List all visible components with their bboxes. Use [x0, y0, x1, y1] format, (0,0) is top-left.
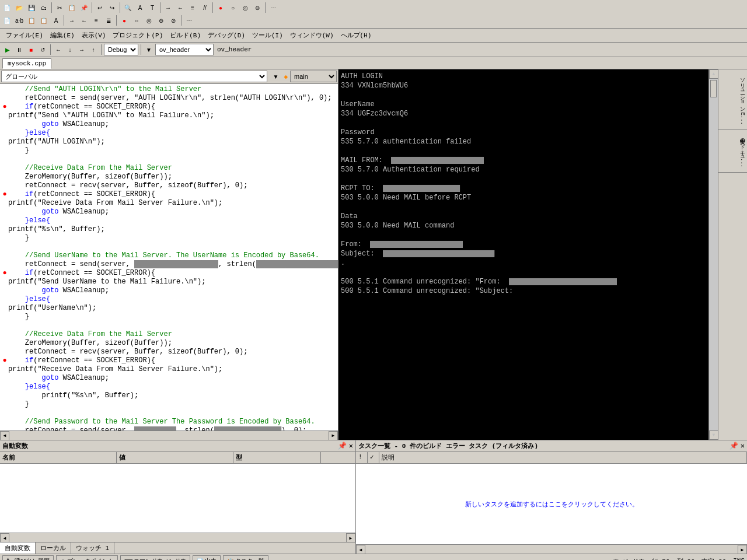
- menu-help[interactable]: ヘルプ(H): [337, 30, 375, 41]
- command-window-tab[interactable]: ⌨ コマンドウィンドウ: [120, 555, 190, 560]
- locals-tab[interactable]: ローカル: [36, 542, 71, 554]
- undo-button[interactable]: ↩: [94, 2, 106, 13]
- comment-button[interactable]: //: [199, 2, 211, 13]
- menu-debug[interactable]: デバッグ(D): [204, 30, 249, 41]
- save-button[interactable]: 💾: [26, 2, 37, 13]
- bold-button[interactable]: A: [134, 2, 146, 13]
- menu-window[interactable]: ウィンドウ(W): [287, 30, 337, 41]
- watch1-tab[interactable]: ウォッチ 1: [71, 542, 114, 554]
- menu-project[interactable]: プロジェクト(P): [109, 30, 166, 41]
- bp-toggle-button[interactable]: ◎: [239, 2, 251, 13]
- output-tab[interactable]: 📄 出力: [193, 555, 221, 560]
- term-scroll-up[interactable]: ▲: [709, 69, 718, 79]
- outdent-button[interactable]: ←: [174, 2, 186, 13]
- code-line: printf("AUTH LOGIN\n");: [0, 138, 338, 146]
- task-col-check: ✓: [368, 452, 379, 463]
- scope-arrow-btn[interactable]: ▼: [270, 71, 281, 82]
- file-tab-mysock[interactable]: mysock.cpp: [2, 58, 51, 69]
- tb2-btn2[interactable]: a·b: [13, 15, 25, 26]
- scope-select[interactable]: グローバル: [1, 71, 267, 82]
- tasks-scrollbar-h[interactable]: ◀ ▶: [356, 544, 747, 554]
- breakpoint-button[interactable]: ●: [215, 2, 226, 13]
- function-select[interactable]: main: [290, 71, 337, 82]
- tb2-btn1[interactable]: 📄: [1, 15, 13, 26]
- tasks-scroll-right[interactable]: ▶: [738, 545, 747, 554]
- tb2-indent2[interactable]: ←: [78, 15, 90, 26]
- code-line: ● if(retConnect == SOCKET_ERROR){: [0, 190, 338, 199]
- tb2-bp2[interactable]: ○: [131, 15, 142, 26]
- indent-button[interactable]: →: [162, 2, 174, 13]
- scroll-right-btn[interactable]: ▶: [329, 431, 338, 440]
- code-line: }else{: [0, 383, 338, 391]
- debug-dropdown-btn[interactable]: ▼: [144, 44, 154, 55]
- restart-button[interactable]: ↺: [37, 44, 48, 55]
- new-file-button[interactable]: 📄: [1, 2, 13, 13]
- step-over-button[interactable]: →: [76, 44, 87, 55]
- scroll-left-btn[interactable]: ◀: [0, 431, 9, 440]
- step-back-button[interactable]: ←: [53, 44, 64, 55]
- tb2-bp4[interactable]: ⊖: [155, 15, 167, 26]
- auto-vars-tab[interactable]: 自動変数: [0, 542, 36, 554]
- menu-file[interactable]: ファイル(E): [2, 30, 47, 41]
- code-scrollbar-h[interactable]: ◀ ▶: [0, 430, 338, 440]
- bp-clear-button[interactable]: ○: [227, 2, 239, 13]
- tb2-extra[interactable]: ⋯: [183, 15, 195, 26]
- tasks-empty-message[interactable]: 新しいタスクを追加するにはここをクリックしてください。: [465, 500, 638, 509]
- save-all-button[interactable]: 🗂: [38, 2, 50, 13]
- solution-explorer-tab[interactable]: ソリューション E...: [718, 69, 747, 130]
- paste-button[interactable]: 📌: [78, 2, 90, 13]
- debug-config-select[interactable]: Debug: [104, 44, 138, 55]
- pause-button[interactable]: ⏸: [14, 44, 25, 55]
- cut-button[interactable]: ✂: [54, 2, 65, 13]
- tb2-btn3[interactable]: 📋: [26, 15, 37, 26]
- code-line: }: [0, 400, 338, 409]
- terminal-scrollbar-v[interactable]: ▲ ▼: [708, 69, 718, 440]
- tb2-fmt1[interactable]: ≡: [90, 15, 102, 26]
- tasklist-tab[interactable]: 📋 タスク一覧: [223, 555, 268, 560]
- running-doc-tab[interactable]: 実行中のドキュ...: [718, 130, 747, 173]
- extra-btn-1[interactable]: ⋯: [267, 2, 279, 13]
- breakpoints-tab[interactable]: ⏺ ブレークポイント: [56, 555, 118, 560]
- term-scroll-thumb[interactable]: [710, 80, 717, 97]
- step-into-button[interactable]: ↓: [65, 44, 75, 55]
- tasks-body[interactable]: 新しいタスクを追加するにはここをクリックしてください。: [356, 464, 747, 544]
- tb2-indent1[interactable]: →: [66, 15, 78, 26]
- term-scroll-down[interactable]: ▼: [709, 430, 718, 440]
- scroll-h-track[interactable]: [9, 432, 329, 439]
- format-button[interactable]: ≡: [187, 2, 198, 13]
- tasks-scroll-left[interactable]: ◀: [356, 545, 365, 554]
- code-line: printf("Send UserName to the Mail Failur…: [0, 278, 338, 286]
- code-line: //Receive Data From the Mail Server: [0, 164, 338, 173]
- italic-button[interactable]: T: [146, 2, 158, 13]
- open-file-button[interactable]: 📂: [13, 2, 25, 13]
- menu-edit[interactable]: 編集(E): [47, 30, 78, 41]
- menu-build[interactable]: ビルド(B): [166, 30, 204, 41]
- play-button[interactable]: ▶: [2, 44, 13, 55]
- code-content[interactable]: //Send "AUTH LOGIN\r\n" to the Mail Serv…: [0, 84, 338, 430]
- tb2-bp3[interactable]: ◎: [143, 15, 155, 26]
- vars-scroll-right[interactable]: ▶: [346, 533, 355, 542]
- tb2-bp1[interactable]: ●: [118, 15, 130, 26]
- vars-scrollbar-h[interactable]: ◀ ▶: [0, 533, 355, 542]
- call-stack-tab[interactable]: 📞 呼び出し履歴: [2, 555, 54, 560]
- status-bar: 📞 呼び出し履歴 ⏺ ブレークポイント ⌨ コマンドウィンドウ 📄 出力 📋 タ…: [0, 554, 747, 560]
- bp-disable-button[interactable]: ⊖: [252, 2, 263, 13]
- pin-button[interactable]: 📌: [338, 442, 347, 450]
- step-out-button[interactable]: ↑: [88, 44, 99, 55]
- redo-button[interactable]: ↪: [106, 2, 118, 13]
- copy-button[interactable]: 📋: [66, 2, 78, 13]
- vars-close-button[interactable]: ✕: [349, 442, 353, 450]
- stop-button[interactable]: ■: [26, 44, 36, 55]
- tb2-btn5[interactable]: A: [50, 15, 62, 26]
- tb2-fmt2[interactable]: ≣: [103, 15, 114, 26]
- find-button[interactable]: 🔍: [122, 2, 134, 13]
- vars-scroll-left[interactable]: ◀: [0, 533, 9, 542]
- tb2-bp5[interactable]: ⊘: [167, 15, 179, 26]
- tasks-pin-button[interactable]: 📌: [729, 442, 738, 450]
- variables-body: [0, 464, 355, 533]
- tasks-close-button[interactable]: ✕: [741, 442, 745, 450]
- menu-view[interactable]: 表示(V): [78, 30, 110, 41]
- debug-target-select[interactable]: ov_header: [155, 44, 214, 55]
- tb2-btn4[interactable]: 📋: [38, 15, 50, 26]
- menu-tools[interactable]: ツール(I): [249, 30, 287, 41]
